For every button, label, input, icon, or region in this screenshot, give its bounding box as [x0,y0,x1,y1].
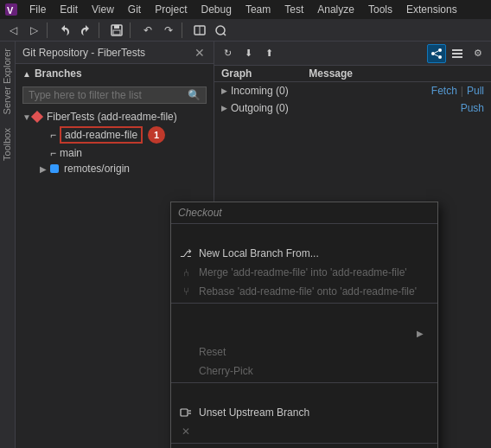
toolbar-separator-3 [130,22,135,38]
git-panel-tab: Git Repository - FiberTests ✕ [16,42,214,64]
ctx-merge: ⑃ Merge 'add-readme-file' into 'add-read… [171,263,437,282]
svg-rect-17 [181,409,188,416]
fetch-link[interactable]: Fetch [431,85,457,97]
new-branch-icon: ⎇ [178,247,194,259]
misc-button-2[interactable] [211,21,230,40]
ctx-rebase: ⑂ Rebase 'add-readme-file' onto 'add-rea… [171,282,437,301]
undo2-button[interactable]: ↶ [138,21,157,40]
main-branch-line-icon: ⌐ [50,147,56,159]
server-explorer-tab[interactable]: Server Explorer [0,42,15,121]
search-icon: 🔍 [188,89,201,101]
back-button[interactable]: ◁ [3,21,22,40]
remotes-name: remotes/origin [64,163,130,175]
toolbar-separator-4 [182,22,187,38]
branches-label: Branches [35,67,82,80]
toolbox-tab[interactable]: Toolbox [0,121,15,168]
ctx-delete: ✕ [171,422,437,441]
active-branch-name: add-readme-file [60,126,143,144]
branch-item-remotes[interactable]: ▶ remotes/origin [16,161,214,176]
badge-1: 1 [148,126,165,144]
ctx-reset[interactable]: ▶ [171,323,437,342]
ctx-new-local-branch-label: New Local Branch From... [199,247,319,259]
git-graph-view-btn[interactable] [427,44,446,63]
outgoing-label: Outgoing (0) [231,102,461,114]
toolbar-separator-2 [99,22,104,38]
branch-line-icon: ⌐ [50,129,56,141]
incoming-arrow-icon: ▶ [221,86,227,95]
repo-item-fibertests[interactable]: ▼ FiberTests (add-readme-file) [16,109,214,125]
menu-file[interactable]: File [22,2,53,17]
ctx-cherry-pick-label: Reset [199,346,226,358]
svg-line-8 [223,33,226,35]
ctx-rename-label: Unset Upstream Branch [199,406,309,419]
incoming-label: Incoming (0) [231,85,431,97]
checkout-header: Checkout [171,204,437,221]
branches-header: ▲ Branches [16,64,214,83]
branches-arrow-icon: ▲ [22,69,31,79]
ctx-sep-checkout [171,223,437,242]
ctx-sep-1 [171,303,437,322]
git-panel-close[interactable]: ✕ [193,46,207,60]
git-fetch-btn[interactable]: ⬇ [239,44,258,63]
git-panel-title: Git Repository - FiberTests [22,47,193,59]
incoming-row[interactable]: ▶ Incoming (0) Fetch | Pull [214,82,491,99]
menu-extensions[interactable]: Extensions [399,2,464,17]
merge-icon: ⑃ [178,266,194,278]
ctx-rename[interactable]: Unset Upstream Branch [171,403,437,422]
menubar: V File Edit View Git Project Debug Team … [0,0,491,19]
svg-line-13 [435,54,438,56]
misc-button-1[interactable] [190,21,209,40]
remotes-expand-icon: ▶ [40,164,50,174]
redo-button[interactable] [76,21,95,40]
menu-git[interactable]: Git [121,2,148,17]
remotes-icon [50,164,59,173]
menu-test[interactable]: Test [277,2,310,17]
message-col-header: Message [309,67,484,80]
toolbar: ◁ ▷ ↶ ↷ [0,19,491,42]
repo-name: FiberTests (add-readme-file) [47,111,177,123]
ctx-sep-2 [171,382,437,401]
delete-icon: ✕ [178,426,194,438]
repo-diamond-icon [31,111,43,123]
graph-col-header: Graph [221,67,309,80]
push-link[interactable]: Push [461,102,484,114]
save-button[interactable] [107,21,126,40]
toolbar-separator-1 [47,22,52,38]
svg-rect-3 [114,25,119,29]
svg-point-11 [438,55,442,59]
ctx-merge-label: Merge 'add-readme-file' into 'add-readme… [199,266,407,278]
outgoing-row[interactable]: ▶ Outgoing (0) Push [214,99,491,117]
git-refresh-btn[interactable]: ↻ [218,44,237,63]
menu-view[interactable]: View [85,2,121,17]
git-push-btn[interactable]: ⬆ [259,44,278,63]
svg-rect-4 [113,30,120,35]
svg-point-9 [431,52,435,55]
branch-item-add-readme[interactable]: ⌐ add-readme-file 1 [16,125,214,145]
menu-debug[interactable]: Debug [194,2,239,17]
menu-analyze[interactable]: Analyze [310,2,361,17]
branch-search: 🔍 [22,86,207,104]
pull-link[interactable]: Pull [467,85,484,97]
ctx-new-local-branch[interactable]: ⎇ New Local Branch From... [171,244,437,263]
svg-line-12 [435,51,438,53]
redo2-button[interactable]: ↷ [159,21,178,40]
ctx-cherry-pick: Reset [171,342,437,362]
branch-search-input[interactable] [29,89,188,101]
branch-item-main[interactable]: ⌐ main [16,145,214,161]
undo-button[interactable] [55,21,74,40]
graph-header: Graph Message [214,66,491,82]
git-settings-btn[interactable]: ⚙ [469,44,488,63]
left-side-tabs: Server Explorer Toolbox [0,42,16,448]
vs-logo: V [3,2,19,17]
menu-tools[interactable]: Tools [361,2,399,17]
rebase-icon: ⑂ [178,285,194,298]
ctx-rebase-label: Rebase 'add-readme-file' onto 'add-readm… [199,285,417,298]
git-toolbar: ↻ ⬇ ⬆ ⚙ [214,42,491,66]
menu-project[interactable]: Project [148,2,194,17]
menu-edit[interactable]: Edit [53,2,85,17]
main-branch-name: main [60,147,82,159]
forward-button[interactable]: ▷ [24,21,43,40]
git-list-view-btn[interactable] [448,44,467,63]
svg-rect-15 [452,53,462,54]
menu-team[interactable]: Team [239,2,277,17]
